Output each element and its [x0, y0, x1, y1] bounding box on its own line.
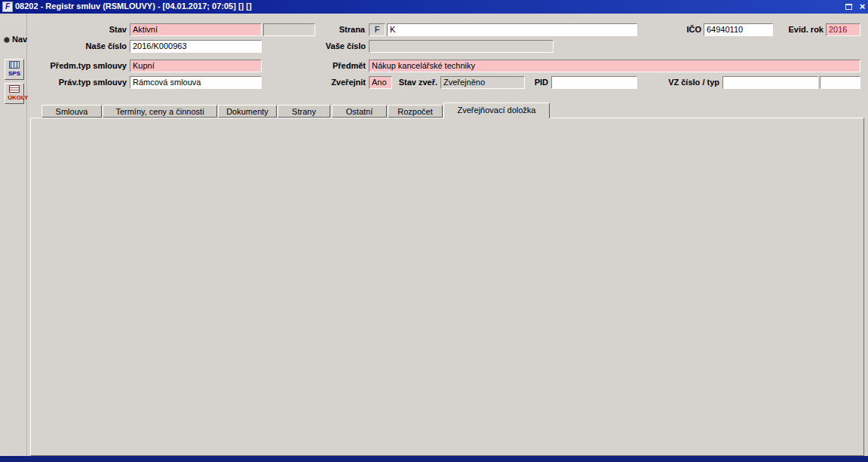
vz-cislo-field[interactable]: [722, 76, 818, 89]
window-title: 08202 - Registr smluv (RSMLOUVY) - [04.0…: [15, 2, 252, 11]
evid-rok-label: Evid. rok: [777, 25, 824, 35]
window-frame-bottom: [0, 456, 868, 462]
vz-typ-field[interactable]: [820, 76, 860, 89]
nase-cislo-label: Naše číslo: [45, 41, 127, 51]
ukoly-label: ÚKOLY: [8, 94, 20, 101]
ukoly-icon: [9, 85, 20, 93]
vz-cislo-typ-label: VZ číslo / typ: [659, 78, 719, 87]
title-bar: F 08202 - Registr smluv (RSMLOUVY) - [04…: [0, 0, 868, 14]
sps-button[interactable]: SPS: [5, 59, 24, 80]
tab-zverejnovaci-dolozka[interactable]: Zveřejňovací doložka: [443, 102, 550, 118]
nase-cislo-field[interactable]: 2016/K000963: [130, 40, 262, 53]
tab-content-panel: [30, 118, 864, 456]
strana-field[interactable]: K: [387, 23, 637, 36]
close-icon[interactable]: ×: [857, 1, 868, 12]
tab-ostatni[interactable]: Ostatní: [332, 105, 387, 118]
ukoly-button[interactable]: ÚKOLY: [5, 83, 24, 104]
stav-zver-label: Stav zveř.: [394, 78, 437, 87]
stav-field[interactable]: Aktivní: [130, 23, 262, 36]
pid-label: PID: [527, 78, 548, 87]
tab-rozpocet[interactable]: Rozpočet: [388, 105, 443, 118]
tab-dokumenty[interactable]: Dokumenty: [218, 105, 277, 118]
predm-typ-label: Předm.typ smlouvy: [23, 61, 127, 71]
sps-label: SPS: [8, 70, 20, 77]
ico-label: IČO: [673, 25, 701, 35]
pid-field[interactable]: [551, 76, 637, 89]
zverejnit-field[interactable]: Ano: [369, 76, 392, 89]
zverejnit-label: Zveřejnit: [323, 78, 366, 87]
sps-icon: [9, 61, 20, 69]
vase-cislo-field: [369, 40, 554, 53]
strana-f-field: F: [369, 23, 385, 36]
app-icon: F: [2, 2, 13, 12]
evid-rok-field[interactable]: 2016: [826, 23, 860, 36]
stav-aux-field: [263, 23, 315, 36]
vase-cislo-label: Vaše číslo: [324, 41, 366, 51]
restore-icon[interactable]: [843, 1, 854, 12]
strana-label: Strana: [330, 25, 365, 35]
nav-radio[interactable]: [4, 37, 10, 43]
stav-zver-field: Zveřejněno: [440, 76, 525, 89]
app-window: F 08202 - Registr smluv (RSMLOUVY) - [04…: [0, 0, 868, 462]
ico-field[interactable]: 64940110: [704, 23, 773, 36]
tab-smlouva[interactable]: Smlouva: [41, 105, 102, 118]
stav-label: Stav: [45, 25, 127, 35]
nav-label: Nav: [12, 35, 27, 44]
tab-strany[interactable]: Strany: [278, 105, 330, 118]
prav-typ-label: Práv.typ smlouvy: [23, 78, 127, 87]
predmet-label: Předmět: [324, 61, 366, 71]
predm-typ-field[interactable]: Kupní: [130, 60, 262, 72]
predmet-field[interactable]: Nákup kancelářské techniky: [369, 60, 860, 72]
prav-typ-field[interactable]: Rámcová smlouva: [130, 76, 262, 89]
tab-terminy-ceny-cinnosti[interactable]: Termíny, ceny a činnosti: [103, 105, 217, 118]
